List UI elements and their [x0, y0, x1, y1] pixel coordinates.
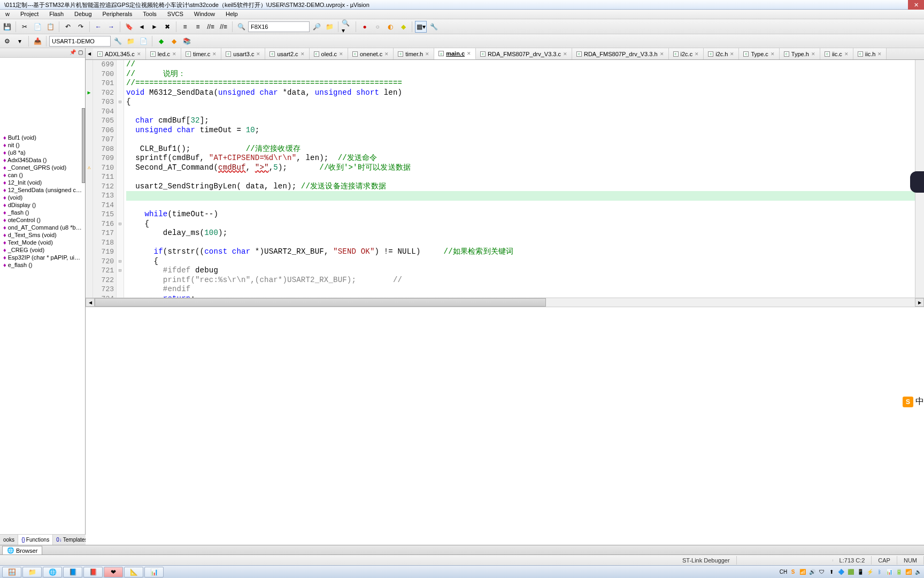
function-tree-item[interactable]: ♦ e_flash ()	[1, 261, 84, 269]
paste-button[interactable]: 📋	[44, 21, 56, 33]
tab-books[interactable]: ooks	[0, 535, 18, 545]
system-tray[interactable]: CH S 📶 🔊 🛡 ⬆ 🔷 🟩 📱 ⚡ ᛒ 📊 🔋 📶 🔈	[780, 568, 922, 576]
tab-close-icon[interactable]: ✕	[301, 51, 305, 57]
file-tab-onenet-c[interactable]: conenet.c✕	[348, 48, 394, 59]
code-editor[interactable]: ▶⚠ 6997007017027037047057067077087097107…	[86, 60, 924, 298]
taskbar-chrome[interactable]: 🌐	[43, 567, 62, 577]
tray-icon-5[interactable]: 🔷	[837, 568, 845, 576]
taskbar-explorer[interactable]: 📁	[22, 567, 42, 577]
menu-help[interactable]: Help	[220, 10, 243, 19]
file-tab-ADXL345-c[interactable]: cADXL345.c✕	[93, 48, 146, 59]
debug-start-btn[interactable]: 🔍▾	[341, 21, 353, 33]
tab-close-icon[interactable]: ✕	[425, 51, 429, 57]
tray-icon-8[interactable]: ⚡	[866, 568, 874, 576]
file-tab-i2c-h[interactable]: ci2c.h✕	[704, 48, 739, 59]
tab-close-icon[interactable]: ✕	[730, 51, 734, 57]
build-dropdown[interactable]: ▾	[14, 35, 26, 47]
undo-button[interactable]: ↶	[62, 21, 74, 33]
tray-icon-9[interactable]: 📊	[886, 568, 893, 576]
bookmark-clear-btn[interactable]: ✖	[161, 21, 173, 33]
function-tree-item[interactable]: ♦ Esp32IP (char * pAPIP, uint8_t u	[1, 254, 84, 261]
function-tree-item[interactable]: ♦ ond_AT_Command (u8 *b,u8 *a,u	[1, 224, 84, 231]
tab-functions[interactable]: {}Functions	[18, 535, 53, 545]
function-tree-item[interactable]: ♦ Adxl345Data ()	[1, 156, 84, 164]
rec-yellow-icon[interactable]: ◆	[397, 21, 409, 33]
tab-close-icon[interactable]: ✕	[660, 51, 664, 57]
file-tab-iic-h[interactable]: ciic.h✕	[853, 48, 887, 59]
function-tree-item[interactable]: ♦ _CREG (void)	[1, 246, 84, 254]
tray-icon-1[interactable]: 📶	[799, 568, 806, 576]
sidebar-vscroll[interactable]	[82, 108, 85, 183]
file-tab-main-c[interactable]: cmain.c✕	[434, 48, 476, 59]
find-combo[interactable]	[248, 21, 310, 32]
outdent-btn[interactable]: ≡	[192, 21, 204, 33]
target-combo[interactable]	[49, 36, 111, 47]
file-ext-btn[interactable]: 📄	[137, 35, 149, 47]
bookmark-next-btn[interactable]: ►	[149, 21, 160, 33]
panel-pin-icon[interactable]: 📌	[70, 49, 76, 56]
tray-ime-icon[interactable]: CH	[780, 568, 787, 576]
menu-window[interactable]: Window	[189, 10, 220, 19]
file-tab-timer-h[interactable]: ctimer.h✕	[394, 48, 434, 59]
ime-indicator[interactable]: S 中	[903, 396, 924, 407]
hscroll-right[interactable]: ▶	[915, 298, 924, 307]
file-tab-RDA_FMS807P_drv_V3-3-h[interactable]: cRDA_FMS807P_drv_V3.3.h✕	[572, 48, 669, 59]
tray-net-icon[interactable]: 📶	[905, 568, 912, 576]
save-button[interactable]: 💾	[1, 21, 13, 33]
taskbar-app5[interactable]: 📊	[144, 567, 164, 577]
taskbar-app1[interactable]: 📘	[63, 567, 82, 577]
function-tree-item[interactable]: ♦ Buf1 (void)	[1, 134, 84, 141]
function-tree-item[interactable]: ♦ 12_Init (void)	[1, 179, 84, 186]
tab-close-icon[interactable]: ✕	[467, 51, 471, 56]
function-tree-item[interactable]: ♦ 12_SendData (unsigned char *d	[1, 186, 84, 194]
taskbar-app3[interactable]: ❤	[104, 567, 123, 577]
rte-btn[interactable]: ◆	[168, 35, 180, 47]
floating-widget[interactable]	[910, 171, 924, 193]
function-tree-item[interactable]: ♦ nit ()	[1, 141, 84, 149]
file-tab-iic-c[interactable]: ciic.c✕	[820, 48, 853, 59]
code-text[interactable]: //// 说明： //=============================…	[124, 60, 915, 298]
tab-close-icon[interactable]: ✕	[137, 51, 141, 57]
menu-flash[interactable]: Flash	[44, 10, 69, 19]
tray-icon-6[interactable]: 🟩	[847, 568, 854, 576]
cut-button[interactable]: ✂	[19, 21, 30, 33]
tray-sogou-icon[interactable]: S	[789, 568, 797, 576]
function-tree-item[interactable]: ♦ _Connet_GPRS (void)	[1, 164, 84, 171]
editor-hscroll[interactable]: ◀ ▶	[86, 298, 924, 307]
tab-close-icon[interactable]: ✕	[339, 51, 343, 57]
functions-tree[interactable]: ♦ Buf1 (void)♦ nit ()♦ (u8 *a)♦ Adxl345D…	[0, 58, 85, 534]
menu-debug[interactable]: Debug	[69, 10, 97, 19]
file-tab-timer-c[interactable]: ctimer.c✕	[181, 48, 221, 59]
tray-icon-3[interactable]: 🛡	[818, 568, 826, 576]
tab-close-icon[interactable]: ✕	[771, 51, 775, 57]
file-tab-usart3-c[interactable]: cusart3.c✕	[221, 48, 265, 59]
file-tab-RDA_FMS807P_drv_V3-3-c[interactable]: cRDA_FMS807P_drv_V3.3.c✕	[476, 48, 572, 59]
pack-btn[interactable]: ◆	[155, 35, 167, 47]
file-tab-usart2-c[interactable]: cusart2.c✕	[265, 48, 309, 59]
rec-red-icon[interactable]: ●	[359, 21, 371, 33]
bookmark-prev-btn[interactable]: ◄	[136, 21, 148, 33]
find-icon[interactable]: 🔍	[235, 21, 247, 33]
manage-btn[interactable]: 📁	[125, 35, 136, 47]
function-tree-item[interactable]: ♦ Text_Mode (void)	[1, 239, 84, 246]
config-btn[interactable]: 🔧	[428, 21, 440, 33]
hscroll-thumb[interactable]	[95, 298, 546, 307]
tab-close-icon[interactable]: ✕	[563, 51, 567, 57]
tray-icon-2[interactable]: 🔊	[808, 568, 816, 576]
redo-button[interactable]: ↷	[75, 21, 87, 33]
function-tree-item[interactable]: ♦ oteControl ()	[1, 216, 84, 224]
rec-orange-icon[interactable]: ◐	[384, 21, 396, 33]
menu-w[interactable]: w	[0, 10, 15, 19]
tray-bt-icon[interactable]: ᛒ	[876, 568, 883, 576]
menu-tools[interactable]: Tools	[137, 10, 162, 19]
nav-back-button[interactable]: ←	[93, 21, 104, 33]
taskbar-app4[interactable]: 📐	[124, 567, 143, 577]
window-close-button[interactable]: ✕	[908, 0, 924, 10]
tab-close-icon[interactable]: ✕	[256, 51, 260, 57]
tab-close-icon[interactable]: ✕	[811, 51, 815, 57]
tab-close-icon[interactable]: ✕	[384, 51, 389, 57]
tray-icon-4[interactable]: ⬆	[828, 568, 835, 576]
window-layout-btn[interactable]: ▦▾	[415, 21, 427, 33]
find-next-btn[interactable]: 🔎	[311, 21, 322, 33]
hscroll-left[interactable]: ◀	[86, 298, 95, 307]
